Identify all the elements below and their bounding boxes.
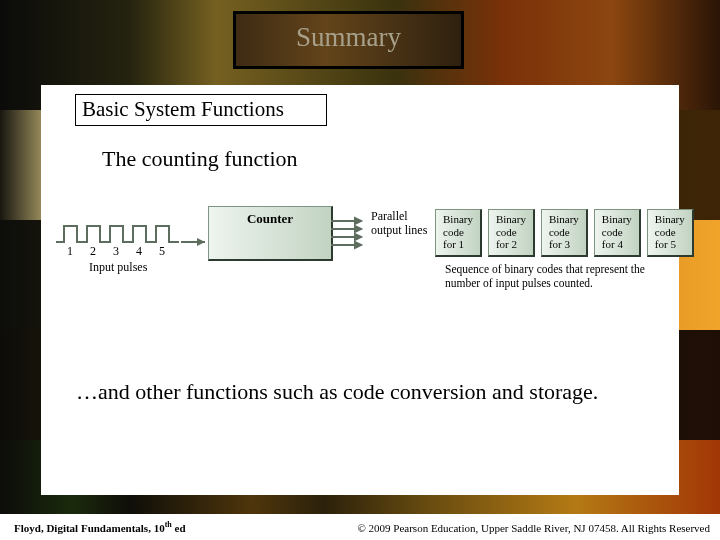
- section-heading: Basic System Functions: [76, 95, 326, 122]
- input-pulse-train: [55, 222, 209, 246]
- slide-title-box: Summary: [233, 11, 464, 69]
- counter-label: Counter: [209, 211, 331, 227]
- footer: Floyd, Digital Fundamentals, 10th ed © 2…: [0, 514, 720, 540]
- pulse-num-3: 3: [109, 244, 123, 259]
- parallel-output-label: Parallel output lines: [371, 210, 427, 238]
- more-functions-text: …and other functions such as code conver…: [76, 378, 656, 406]
- binary-code-4: Binarycodefor 4: [594, 209, 641, 257]
- binary-code-5: Binarycodefor 5: [647, 209, 694, 257]
- subtitle: The counting function: [102, 146, 298, 172]
- parallel-output-lines-icon: [331, 215, 373, 255]
- binary-code-1: Binarycodefor 1: [435, 209, 482, 257]
- footer-credit: Floyd, Digital Fundamentals, 10th ed: [14, 520, 186, 534]
- pulse-num-4: 4: [132, 244, 146, 259]
- section-heading-box: Basic System Functions: [75, 94, 327, 126]
- slide-title: Summary: [236, 22, 461, 53]
- binary-code-2: Binarycodefor 2: [488, 209, 535, 257]
- pulse-num-5: 5: [155, 244, 169, 259]
- binary-code-sequence: Binarycodefor 1 Binarycodefor 2 Binaryco…: [435, 209, 694, 257]
- footer-copyright: © 2009 Pearson Education, Upper Saddle R…: [357, 522, 710, 534]
- sequence-caption: Sequence of binary codes that represent …: [445, 262, 670, 291]
- counter-block: Counter: [208, 206, 333, 261]
- pulse-num-2: 2: [86, 244, 100, 259]
- slide: Summary Basic System Functions The count…: [0, 0, 720, 540]
- input-pulses-caption: Input pulses: [89, 260, 147, 275]
- binary-code-3: Binarycodefor 3: [541, 209, 588, 257]
- pulse-num-1: 1: [63, 244, 77, 259]
- counter-diagram: 1 2 3 4 5 Input pulses Counter Parallel …: [55, 206, 665, 326]
